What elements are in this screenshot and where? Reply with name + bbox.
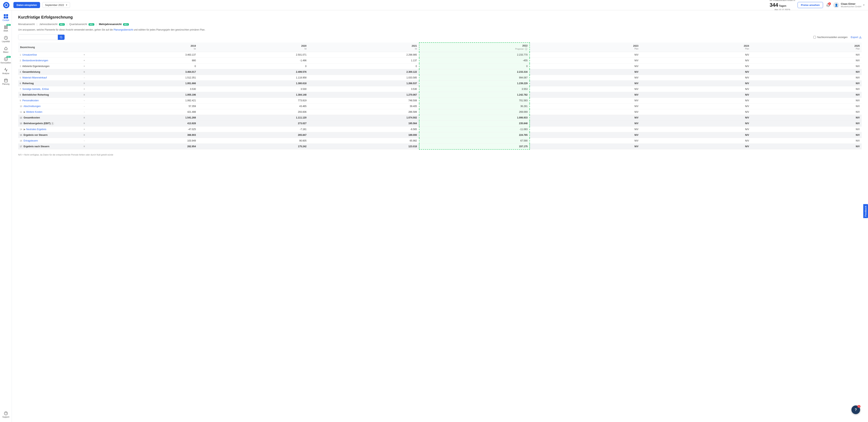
sidebar-item-analyse[interactable]: Analyse [1,66,11,76]
cell-2022: 1.006.933 [419,115,530,121]
cell-2023: N/V [530,75,640,80]
row-num: 8 [20,94,22,96]
cell-2023: N/V [530,58,640,63]
table-body: 1 Umsatzerlöse + 3.463.137 2.501.071 2.2… [18,52,862,150]
notifications-button[interactable]: 1 [826,2,831,8]
sidebar-item-bilanz[interactable]: Bilanz [1,45,11,55]
cell-symbol: + [81,52,87,58]
cell-symbol: + [81,86,87,92]
daten-einspielen-button[interactable]: Daten einspielen [13,2,40,8]
row-link[interactable]: Umsatzerlöse [22,54,37,56]
sidebar-analyse-label: Analyse [2,72,9,74]
sidebar-item-bwa[interactable]: BWA NEU [1,24,11,33]
toolbar: Nachkommastellen anzeigen Export [18,34,862,40]
cell-2020: 43.465 [198,103,309,109]
cell-2024: N/V [640,143,751,150]
cell-bezeichnung: 3 Aktivierte Eigenleistungen [18,63,81,69]
th-bezeichnung: Bezeichnung [18,42,81,52]
row-num: 3 [20,65,22,67]
expand-icon[interactable]: ▶ [24,128,26,131]
row-link[interactable]: Neutrales Ergebnis [26,128,46,131]
cell-2024: N/V [640,126,751,132]
decimal-checkbox-label[interactable]: Nachkommastellen anzeigen [813,36,847,39]
table-row: 10 Abschreibungen - 57.359 43.465 39.405… [18,103,862,109]
table-header-row: Bezeichnung 2019 Ist 2020 Ist 2021 Ist [18,42,862,52]
sidebar-liquiditat-label: Liquidität [2,40,10,42]
cell-2023: N/V [530,98,640,103]
row-num: 16 [20,139,23,142]
cell-2024: N/V [640,86,751,92]
cell-2022: 36.281 [419,103,530,109]
cell-bezeichnung: 7 Sonstige betriebL. Erlöse [18,86,81,92]
prognose-info-icon[interactable]: ℹ [525,47,528,50]
cell-2020: 265.847 [198,132,309,138]
logo [3,2,9,8]
row-link[interactable]: Ertragsteuern [24,139,38,142]
bilanz-icon [4,46,8,51]
table-row: 17 Ergebnis nach Steuern = 262.954 175.2… [18,143,862,150]
sidebar-item-planung[interactable]: Planung [1,77,11,87]
sidebar-item-support[interactable]: Support [1,410,11,420]
cell-2025: N/V [751,92,862,98]
svg-rect-2 [4,28,5,29]
table-row: 2 Bestandsveränderungen + 880 -1.496 1.1… [18,58,862,63]
preise-ansehen-button[interactable]: Preise ansehen [798,2,823,8]
cell-2021: -6.565 [309,126,419,132]
tab-jahresubersicht[interactable]: Jahresübersicht NEU [39,22,64,26]
search-input[interactable] [18,34,58,40]
row-link[interactable]: Weitere Kosten [26,110,42,113]
cell-2025: N/V [751,98,862,103]
ebit-info-icon[interactable]: ℹ [51,122,54,125]
th-symbol [81,42,87,52]
cell-bezeichnung: 10 Abschreibungen [18,103,81,109]
cell-2025: N/V [751,52,862,58]
tab-mehrjahresansicht[interactable]: Mehrjahresansicht NEU [99,22,129,26]
expand-icon[interactable]: ▶ [24,110,26,113]
cell-symbol: + [81,58,87,63]
cell-2019: 262.954 [87,143,198,150]
row-link[interactable]: Material-/Wareneinkauf [22,76,47,79]
feedback-button[interactable]: Feedback [863,204,868,218]
row-link[interactable]: Sonstige betriebL. Erlöse [22,88,49,91]
row-link[interactable]: Personalkosten [22,99,39,102]
cell-2025: N/V [751,132,862,138]
logo-icon [3,2,9,8]
cell-symbol: = [81,92,87,98]
sidebar-item-kennzahlen[interactable]: Kennzahlen NEU [1,56,11,65]
table-row: 12 Gesamtkosten = 1.541.268 1.111.120 1.… [18,115,862,121]
kennzahlen-icon [4,57,8,61]
cell-2020: -1.496 [198,58,309,63]
sidebar-item-cockpit[interactable]: Cockpit [1,12,11,23]
row-link[interactable]: Abschreibungen [24,105,41,108]
data-table: Bezeichnung 2019 Ist 2020 Ist 2021 Ist [18,42,862,150]
svg-rect-0 [4,26,5,27]
cell-symbol: = [81,80,87,86]
cell-2019: 1.512.351 [87,75,198,80]
cell-symbol: = [81,143,87,150]
export-button[interactable]: Export [850,36,862,39]
cell-2019: 366.903 [87,132,198,138]
decimal-checkbox[interactable] [813,36,816,38]
cell-2021: 3.530 [309,86,419,92]
cell-bezeichnung: 2 Bestandsveränderungen [18,58,81,63]
sidebar-item-liquiditat[interactable]: Liquidität [1,34,11,44]
date-selector[interactable]: September 2022 ▼ [42,2,70,8]
cell-2022: -455 [419,58,530,63]
search-button[interactable] [58,35,64,40]
row-num: 7 [20,88,22,90]
tab-monatsansicht[interactable]: Monatsansicht [18,22,35,26]
cell-2024: N/V [640,109,751,115]
cell-2022: 3.553 [419,86,530,92]
tab-quartalsansicht[interactable]: Quartalsansicht NEU [69,22,94,26]
cell-bezeichnung: 11 ▶Weitere Kosten [18,109,81,115]
row-link[interactable]: Bestandsveränderungen [22,59,48,62]
cell-2022: 1.242.782 [419,92,530,98]
user-menu[interactable]: 👤 Claas Eimer Musterküchen GmbH ▼ [833,2,865,8]
table-row: 9 Personalkosten - 1.062.421 773.819 748… [18,98,862,103]
cell-2019: 1.951.666 [87,80,198,86]
planung-icon [4,78,8,83]
cell-2022: 157.175 [419,143,530,150]
support-button[interactable]: ? 1 [851,405,860,414]
sidebar-item-wrapper-kennzahlen: Kennzahlen NEU [1,56,11,65]
planungsubersicht-link[interactable]: Planungsübersicht [114,28,133,31]
